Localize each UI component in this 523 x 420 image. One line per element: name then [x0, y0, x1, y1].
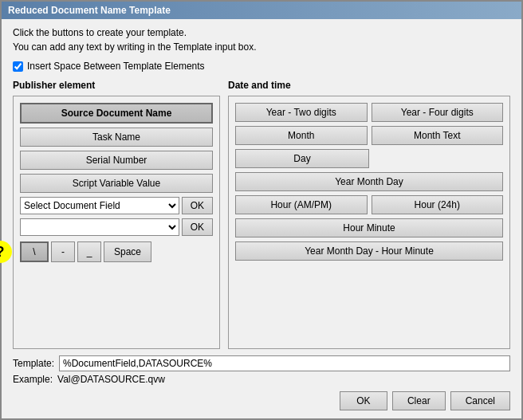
- example-row: Example: Val@DATASOURCE.qvw: [13, 374, 510, 385]
- template-label: Template:: [13, 358, 54, 369]
- space-button[interactable]: Space: [104, 241, 151, 262]
- year-month-day-button[interactable]: Year Month Day: [235, 172, 503, 191]
- bottom-buttons-row: ? \ - _ Space: [20, 241, 213, 262]
- hour-24h-button[interactable]: Hour (24h): [372, 195, 504, 214]
- underscore-button[interactable]: _: [77, 241, 101, 262]
- clear-footer-button[interactable]: Clear: [392, 391, 446, 410]
- day-button[interactable]: Day: [235, 149, 369, 168]
- month-text-button[interactable]: Month Text: [372, 126, 504, 145]
- window-title: Reduced Document Name Template: [8, 5, 171, 16]
- select-document-field-dropdown[interactable]: Select Document Field: [20, 197, 179, 214]
- serial-number-button[interactable]: Serial Number: [20, 151, 213, 170]
- example-value: Val@DATASOURCE.qvw: [57, 374, 165, 385]
- year-month-day-hour-minute-button[interactable]: Year Month Day - Hour Minute: [235, 241, 503, 261]
- hour-am-pm-button[interactable]: Hour (AM/PM): [235, 195, 368, 214]
- footer-buttons: OK Clear Cancel: [13, 391, 510, 410]
- template-input[interactable]: [59, 355, 510, 371]
- insert-space-label: Insert Space Between Template Elements: [27, 61, 205, 72]
- ok-button-1[interactable]: OK: [182, 197, 213, 214]
- year-four-digits-button[interactable]: Year - Four digits: [372, 103, 504, 122]
- source-document-name-button[interactable]: Source Document Name: [20, 103, 213, 124]
- year-two-digits-button[interactable]: Year - Two digits: [235, 103, 368, 122]
- left-panel-label: Publisher element: [13, 80, 220, 91]
- script-variable-value-button[interactable]: Script Variable Value: [20, 174, 213, 193]
- instruction-line2: You can add any text by writing in the T…: [13, 41, 510, 53]
- template-row: Template:: [13, 355, 510, 371]
- second-dropdown[interactable]: [20, 218, 179, 236]
- backslash-button[interactable]: \: [20, 241, 49, 262]
- month-button[interactable]: Month: [235, 126, 368, 145]
- select-document-field-row: Select Document Field OK: [20, 197, 213, 214]
- insert-space-checkbox[interactable]: [13, 61, 23, 72]
- question-mark-icon: ?: [0, 241, 12, 263]
- title-bar: Reduced Document Name Template: [2, 2, 521, 19]
- ok-button-2[interactable]: OK: [182, 218, 213, 236]
- example-label: Example:: [13, 374, 53, 385]
- hour-minute-button[interactable]: Hour Minute: [235, 218, 503, 237]
- second-dropdown-row: OK: [20, 218, 213, 236]
- right-panel-label: Date and time: [228, 80, 510, 91]
- task-name-button[interactable]: Task Name: [20, 128, 213, 147]
- ok-footer-button[interactable]: OK: [340, 391, 387, 410]
- dash-button[interactable]: -: [51, 241, 75, 262]
- cancel-footer-button[interactable]: Cancel: [450, 391, 510, 410]
- instruction-line1: Click the buttons to create your templat…: [13, 27, 510, 38]
- main-window: Reduced Document Name Template Click the…: [0, 0, 523, 420]
